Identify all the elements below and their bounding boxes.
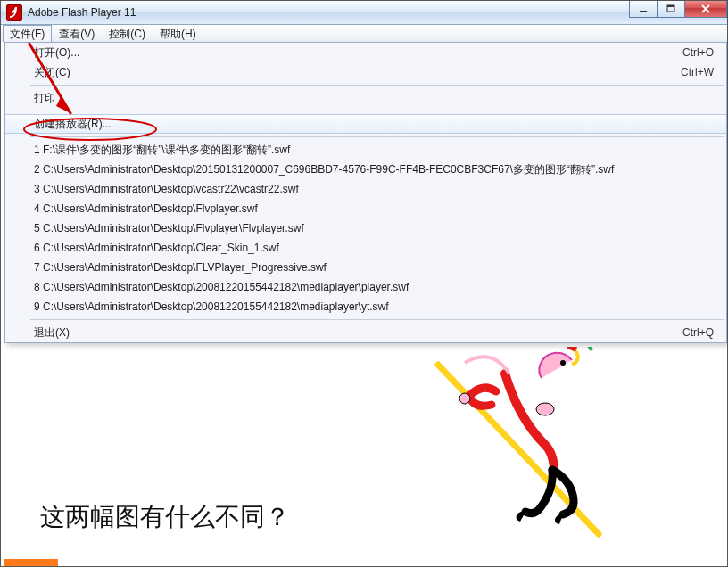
menu-item-recent[interactable]: 5 C:\Users\Administrator\Desktop\Flvplay… [5,218,726,238]
titlebar: Adobe Flash Player 11 [1,1,727,25]
menu-item-exit[interactable]: 退出(X) Ctrl+Q [5,323,726,342]
window-title: Adobe Flash Player 11 [28,6,136,19]
menu-item-recent[interactable]: 6 C:\Users\Administrator\Desktop\Clear_S… [5,238,726,258]
svg-point-5 [536,403,554,415]
menu-separator [30,111,724,111]
window-buttons [630,1,727,17]
menu-file[interactable]: 文件(F) [3,25,52,43]
flash-icon [6,4,22,21]
svg-rect-2 [667,5,674,7]
menu-item-recent[interactable]: 3 C:\Users\Administrator\Desktop\vcastr2… [5,179,726,199]
menu-item-print[interactable]: 打印 [5,88,726,108]
menu-help[interactable]: 帮助(H) [153,25,203,42]
menu-separator [30,85,724,86]
question-text: 这两幅图有什么不同？ [40,500,290,534]
menu-separator [30,136,724,137]
svg-point-6 [560,360,566,366]
maximize-button[interactable] [657,1,685,18]
menu-separator [30,319,724,320]
menu-item-recent[interactable]: 1 F:\课件\多变的图形“翻转”\课件\多变的图形“翻转”.swf [5,140,726,160]
menu-item-recent[interactable]: 9 C:\Users\Administrator\Desktop\2008122… [5,297,726,316]
menu-item-create-projector[interactable]: 创建播放器(R)... [5,114,726,134]
menu-item-open[interactable]: 打开(O)... Ctrl+O [5,43,726,62]
close-button[interactable] [684,1,727,18]
menu-item-recent[interactable]: 2 C:\Users\Administrator\Desktop\2015013… [5,160,726,179]
menubar: 文件(F) 查看(V) 控制(C) 帮助(H) [1,25,727,43]
app-window: Adobe Flash Player 11 文件(F) 查看(V) 控制(C) … [0,0,728,567]
menu-item-recent[interactable]: 7 C:\Users\Administrator\Desktop\FLVPlay… [5,258,726,277]
menu-item-recent[interactable]: 8 C:\Users\Administrator\Desktop\2008122… [5,277,726,297]
svg-point-4 [459,393,470,404]
timeline-bar[interactable] [4,559,58,566]
svg-rect-0 [640,11,647,12]
menu-item-close[interactable]: 关闭(C) Ctrl+W [5,62,726,82]
menu-view[interactable]: 查看(V) [52,25,102,42]
monkey-king-figure [420,347,634,561]
minimize-button[interactable] [629,1,658,18]
menu-control[interactable]: 控制(C) [102,25,153,42]
menu-item-recent[interactable]: 4 C:\Users\Administrator\Desktop\Flvplay… [5,199,726,218]
file-menu-dropdown: 打开(O)... Ctrl+O 关闭(C) Ctrl+W 打印 创建播放器(R)… [4,42,727,343]
